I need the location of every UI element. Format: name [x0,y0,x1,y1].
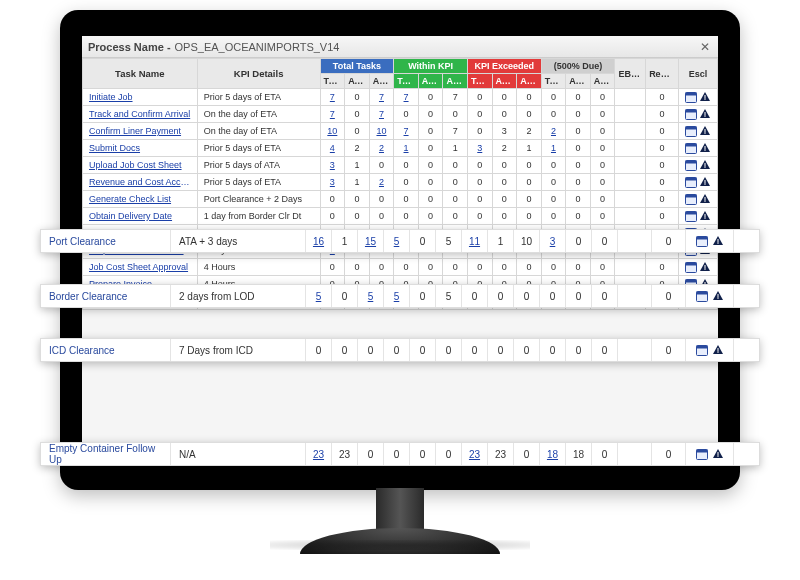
cell-value[interactable]: 2 [369,174,394,191]
table-row[interactable]: Generate Check ListPort Clearance + 2 Da… [83,191,718,208]
table-row[interactable]: Submit DocsPrior 5 days of ETA4221013211… [83,140,718,157]
table-row[interactable]: Obtain Delivery Date1 day from Border Cl… [83,208,718,225]
col-ebms[interactable]: EBMS Tasks [615,59,646,89]
cell-value[interactable]: 3 [320,174,345,191]
task-link[interactable]: Confirm Liner Payment [83,123,198,140]
alert-icon[interactable] [712,290,724,302]
cell-value[interactable]: 1 [541,140,566,157]
alert-icon[interactable] [699,159,711,171]
alert-icon[interactable] [699,125,711,137]
sub-exc-asgn[interactable]: Asgn [517,74,542,89]
table-row[interactable]: Upload Job Cost SheetPrior 5 days of ATA… [83,157,718,174]
cell-value[interactable]: 2 [369,140,394,157]
cell-value[interactable]: 18 [540,443,566,465]
calendar-icon[interactable] [685,91,697,103]
table-row[interactable]: Revenue and Cost AccuralPrior 5 days of … [83,174,718,191]
alert-icon[interactable] [699,108,711,120]
cell-value[interactable]: 23 [462,443,488,465]
highlighted-row[interactable]: ICD Clearance7 Days from ICD000000000000… [40,338,760,362]
sub-total-asgn[interactable]: Asgn [369,74,394,89]
col-remain[interactable]: Remain [646,59,679,89]
task-link[interactable]: Upload Job Cost Sheet [83,157,198,174]
sub-due-asgn[interactable]: Asgn [590,74,615,89]
highlighted-row[interactable]: Empty Container Follow UpN/A232300002323… [40,442,760,466]
sub-exc-total[interactable]: Total [468,74,493,89]
cell-value[interactable]: 7 [394,123,419,140]
alert-icon[interactable] [699,176,711,188]
sub-within-avlb[interactable]: Avlb [418,74,443,89]
cell-value[interactable]: 2 [541,123,566,140]
task-link[interactable]: Revenue and Cost Accural [83,174,198,191]
cell-value[interactable]: 5 [306,285,332,307]
calendar-icon[interactable] [696,235,708,247]
cell-value[interactable]: 3 [468,140,493,157]
table-row[interactable]: Track and Confirm ArrivalOn the day of E… [83,106,718,123]
task-link[interactable]: Border Clearance [41,285,171,307]
task-link[interactable]: Track and Confirm Arrival [83,106,198,123]
sub-within-total[interactable]: Total [394,74,419,89]
colgroup-within[interactable]: Within KPI [394,59,468,74]
calendar-icon[interactable] [685,193,697,205]
cell-value[interactable]: 5 [358,285,384,307]
cell-value[interactable]: 23 [306,443,332,465]
alert-icon[interactable] [699,210,711,222]
calendar-icon[interactable] [685,125,697,137]
task-link[interactable]: Generate Check List [83,191,198,208]
cell-value[interactable]: 7 [369,89,394,106]
alert-icon[interactable] [699,91,711,103]
cell-value[interactable]: 5 [384,285,410,307]
alert-icon[interactable] [712,344,724,356]
calendar-icon[interactable] [685,261,697,273]
sub-due-total[interactable]: Total [541,74,566,89]
cell-value[interactable]: 15 [358,230,384,252]
cell-value[interactable]: 4 [320,140,345,157]
colgroup-exceeded[interactable]: KPI Exceeded [468,59,542,74]
alert-icon[interactable] [712,448,724,460]
calendar-icon[interactable] [685,108,697,120]
grid-scroll-area[interactable]: Task Name KPI Details Total Tasks Within… [82,58,718,456]
cell-value[interactable]: 3 [320,157,345,174]
cell-value[interactable]: 3 [540,230,566,252]
task-link[interactable]: ICD Clearance [41,339,171,361]
calendar-icon[interactable] [696,448,708,460]
col-task[interactable]: Task Name [83,59,198,89]
sub-within-asgn[interactable]: Asgn [443,74,468,89]
colgroup-total[interactable]: Total Tasks [320,59,394,74]
colgroup-overdue[interactable]: (500% Due) [541,59,615,74]
col-escl[interactable]: Escl [678,59,717,89]
calendar-icon[interactable] [685,210,697,222]
cell-value[interactable]: 1 [394,140,419,157]
cell-value[interactable]: 5 [384,230,410,252]
sub-exc-avlb[interactable]: Avlb [492,74,517,89]
close-button[interactable]: ✕ [698,40,712,54]
sub-total-total[interactable]: Total [320,74,345,89]
cell-value[interactable]: 7 [394,89,419,106]
calendar-icon[interactable] [685,142,697,154]
calendar-icon[interactable] [685,159,697,171]
alert-icon[interactable] [699,193,711,205]
task-link[interactable]: Port Clearance [41,230,171,252]
table-row[interactable]: Initiate JobPrior 5 days of ETA707707000… [83,89,718,106]
task-link[interactable]: Obtain Delivery Date [83,208,198,225]
cell-value[interactable]: 7 [320,106,345,123]
cell-value[interactable]: 7 [320,89,345,106]
cell-value[interactable]: 10 [320,123,345,140]
task-link[interactable]: Initiate Job [83,89,198,106]
col-kpi[interactable]: KPI Details [197,59,320,89]
calendar-icon[interactable] [685,176,697,188]
alert-icon[interactable] [699,261,711,273]
calendar-icon[interactable] [696,344,708,356]
alert-icon[interactable] [712,235,724,247]
cell-value[interactable]: 7 [369,106,394,123]
alert-icon[interactable] [699,142,711,154]
sub-due-avlb[interactable]: Avlb [566,74,591,89]
sub-total-avlb[interactable]: Avlb [345,74,370,89]
highlighted-row[interactable]: Border Clearance2 days from LOD505505000… [40,284,760,308]
task-link[interactable]: Empty Container Follow Up [41,443,171,465]
cell-value[interactable]: 16 [306,230,332,252]
highlighted-row[interactable]: Port ClearanceATA + 3 days16115505111103… [40,229,760,253]
cell-value[interactable]: 10 [369,123,394,140]
cell-value[interactable]: 11 [462,230,488,252]
table-row[interactable]: Job Cost Sheet Approval4 Hours0000000000… [83,259,718,276]
task-link[interactable]: Job Cost Sheet Approval [83,259,198,276]
